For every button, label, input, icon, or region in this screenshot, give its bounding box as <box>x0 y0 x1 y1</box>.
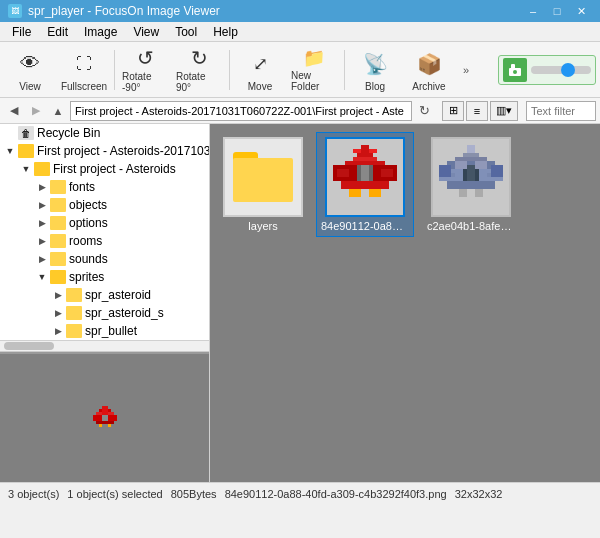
folder-icon-objects <box>50 198 66 212</box>
menu-help[interactable]: Help <box>205 23 246 41</box>
fullscreen-button[interactable]: ⛶ Fullscreen <box>58 45 110 95</box>
tree-item-recycle[interactable]: 🗑 Recycle Bin <box>0 124 209 142</box>
expand-icon[interactable]: ▶ <box>34 179 50 195</box>
svg-rect-9 <box>108 424 111 427</box>
svg-rect-12 <box>361 145 369 153</box>
folder-icon-project <box>34 162 50 176</box>
folder-icon-fonts <box>50 180 66 194</box>
expand-icon[interactable]: ▶ <box>34 197 50 213</box>
green-square-icon <box>503 58 527 82</box>
nav-back-button[interactable]: ◀ <box>4 101 24 121</box>
tree-item-fonts[interactable]: ▶ fonts <box>0 178 209 196</box>
menu-image[interactable]: Image <box>76 23 125 41</box>
expand-icon-sprites[interactable]: ▼ <box>34 269 50 285</box>
blog-button[interactable]: 📡 Blog <box>349 45 401 95</box>
svg-rect-28 <box>455 157 487 161</box>
tree-item-sounds[interactable]: ▶ sounds <box>0 250 209 268</box>
h-scrollbar[interactable] <box>0 340 209 352</box>
tree-item-sprites[interactable]: ▼ sprites <box>0 268 209 286</box>
svg-rect-19 <box>369 189 381 197</box>
view-label: View <box>19 81 41 92</box>
tree-item-first-project[interactable]: ▼ First project - Asteroids <box>0 160 209 178</box>
window-controls: – □ ✕ <box>522 2 592 20</box>
expand-icon[interactable]: ▶ <box>34 251 50 267</box>
tree-item-rooms[interactable]: ▶ rooms <box>0 232 209 250</box>
view-size-button[interactable]: ▥▾ <box>490 101 518 121</box>
tree-label-sprites: sprites <box>69 270 104 284</box>
status-dimensions: 32x32x32 <box>455 488 503 500</box>
folder-icon-rooms <box>50 234 66 248</box>
new-folder-button[interactable]: 📁 New Folder <box>288 45 340 95</box>
svg-rect-17 <box>341 181 389 189</box>
folder-icon-root <box>18 144 34 158</box>
menu-file[interactable]: File <box>4 23 39 41</box>
svg-rect-14 <box>353 157 377 161</box>
rotate-minus90-button[interactable]: ↺ Rotate -90° <box>119 45 171 95</box>
thumb-item-img1[interactable]: 84e90112-0a88-... <box>316 132 414 237</box>
svg-rect-32 <box>459 189 467 197</box>
expand-icon[interactable]: ▶ <box>50 323 66 339</box>
rotate-plus90-label: Rotate 90° <box>176 71 222 93</box>
menu-view[interactable]: View <box>125 23 167 41</box>
svg-rect-24 <box>353 149 361 153</box>
maximize-button[interactable]: □ <box>546 2 568 20</box>
svg-rect-18 <box>349 189 361 197</box>
tree-item-spr-asteroid-s[interactable]: ▶ spr_asteroid_s <box>0 304 209 322</box>
text-filter-input[interactable] <box>526 101 596 121</box>
fullscreen-icon: ⛶ <box>68 48 100 80</box>
move-button[interactable]: ⤢ Move <box>234 45 286 95</box>
tree-label-spr-asteroid-s: spr_asteroid_s <box>85 306 164 320</box>
svg-rect-33 <box>475 189 483 197</box>
tree-item-objects[interactable]: ▶ objects <box>0 196 209 214</box>
fullscreen-label: Fullscreen <box>61 81 107 92</box>
address-bar[interactable]: First project - Asteroids-20171031T06072… <box>70 101 412 121</box>
expand-icon[interactable]: ▼ <box>18 161 34 177</box>
separator-1 <box>114 50 115 90</box>
title-text: spr_player - FocusOn Image Viewer <box>28 4 220 18</box>
expand-icon <box>2 125 18 141</box>
slider[interactable] <box>531 66 591 74</box>
svg-rect-26 <box>467 145 475 153</box>
expand-icon[interactable]: ▶ <box>50 287 66 303</box>
main-area: 🗑 Recycle Bin ▼ First project - Asteroid… <box>0 124 600 482</box>
expand-icon[interactable]: ▼ <box>2 143 18 159</box>
thumb-item-img2[interactable]: c2ae04b1-8afe-4... <box>422 132 520 237</box>
tree-item-spr-bullet[interactable]: ▶ spr_bullet <box>0 322 209 340</box>
tree-item-spr-asteroid[interactable]: ▶ spr_asteroid <box>0 286 209 304</box>
expand-icon[interactable]: ▶ <box>34 215 50 231</box>
thumb-item-layers[interactable]: layers <box>218 132 308 237</box>
blog-label: Blog <box>365 81 385 92</box>
tree-item-options[interactable]: ▶ options <box>0 214 209 232</box>
grid-view-button[interactable]: ⊞ <box>442 101 464 121</box>
svg-rect-1 <box>511 64 515 70</box>
tree-item-first-project-root[interactable]: ▼ First project - Asteroids-20171031T060 <box>0 142 209 160</box>
view-button[interactable]: 👁 View <box>4 45 56 95</box>
folder-icon-spr-asteroid <box>66 288 82 302</box>
thumb-label-layers: layers <box>248 220 277 232</box>
refresh-button[interactable]: ↻ <box>414 101 434 121</box>
separator-3 <box>344 50 345 90</box>
nav-bar: ◀ ▶ ▲ First project - Asteroids-20171031… <box>0 98 600 124</box>
svg-rect-7 <box>96 421 114 424</box>
thumb-box-layers <box>223 137 303 217</box>
archive-button[interactable]: 📦 Archive <box>403 45 455 95</box>
close-button[interactable]: ✕ <box>570 2 592 20</box>
spaceship-blue-sprite <box>439 145 503 209</box>
svg-rect-25 <box>369 149 377 153</box>
rotate-plus90-icon: ↻ <box>183 46 215 70</box>
tree-label-objects: objects <box>69 198 107 212</box>
menu-edit[interactable]: Edit <box>39 23 76 41</box>
minimize-button[interactable]: – <box>522 2 544 20</box>
menu-tool[interactable]: Tool <box>167 23 205 41</box>
preview-image <box>93 406 117 430</box>
chevron-more[interactable]: » <box>463 64 469 76</box>
new-folder-icon: 📁 <box>298 47 330 69</box>
new-folder-label: New Folder <box>291 70 337 92</box>
list-view-button[interactable]: ≡ <box>466 101 488 121</box>
expand-icon[interactable]: ▶ <box>34 233 50 249</box>
nav-up-button[interactable]: ▲ <box>48 101 68 121</box>
folder-thumb-layers <box>233 152 293 202</box>
rotate-plus90-button[interactable]: ↻ Rotate 90° <box>173 45 225 95</box>
status-filesize: 805Bytes <box>171 488 217 500</box>
expand-icon[interactable]: ▶ <box>50 305 66 321</box>
